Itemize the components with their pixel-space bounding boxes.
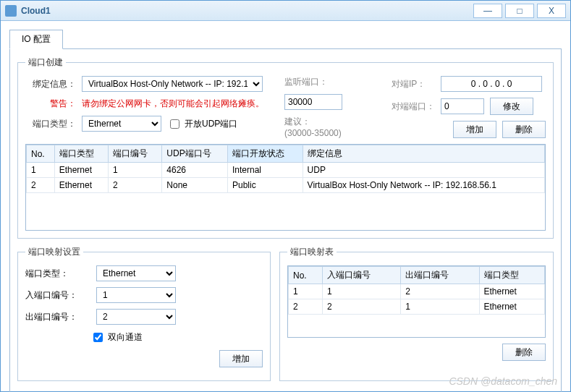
peer-port-label: 对端端口： [392,101,435,113]
col-udp[interactable]: UDP端口号 [162,145,228,163]
delete-port-button[interactable]: 删除 [502,121,546,138]
in-port-label: 入端口编号： [25,289,90,302]
map-table-group: 端口映射表 No. 入端口编号 出端口编号 端口类型 1 [279,246,554,381]
window-buttons: — □ X [473,4,566,18]
col-openstate[interactable]: 端口开放状态 [227,145,303,163]
col-type[interactable]: 端口类型 [54,145,108,163]
map-table-legend: 端口映射表 [287,246,337,258]
col-portno[interactable]: 端口编号 [108,145,161,163]
app-window: Cloud1 — □ X IO 配置 端口创建 绑定信息： VirtualBox… [0,0,571,392]
open-udp-input[interactable] [170,119,179,129]
port-table-wrap[interactable]: No. 端口类型 端口编号 UDP端口号 端口开放状态 绑定信息 1 Ether… [25,144,546,231]
port-type-label: 端口类型： [25,118,76,130]
tabstrip: IO 配置 [9,30,562,49]
in-port-select[interactable]: 1 [96,287,176,303]
tab-io-config[interactable]: IO 配置 [9,30,63,49]
close-button[interactable]: X [537,4,566,18]
peer-ip-label: 对端IP： [392,78,435,90]
listen-port-input[interactable] [284,94,342,110]
col-bind[interactable]: 绑定信息 [303,145,544,163]
add-port-button[interactable]: 增加 [453,121,496,138]
mcol-type[interactable]: 端口类型 [479,267,544,284]
out-port-select[interactable]: 2 [96,309,176,325]
titlebar: Cloud1 — □ X [1,1,570,21]
out-port-label: 出端口编号： [25,311,90,323]
mcol-in[interactable]: 入端口编号 [322,267,400,284]
open-udp-checkbox[interactable]: 开放UDP端口 [167,117,237,131]
listen-port-label: 监听端口： [284,76,328,88]
map-table-wrap[interactable]: No. 入端口编号 出端口编号 端口类型 1 1 2 Ethern [287,265,546,338]
maximize-button[interactable]: □ [505,4,534,18]
minimize-button[interactable]: — [473,4,502,18]
delete-map-button[interactable]: 删除 [502,344,546,361]
suggest-range: (30000-35000) [284,128,342,138]
map-type-label: 端口类型： [25,268,90,280]
tab-panel: 端口创建 绑定信息： VirtualBox Host-Only Network … [9,48,562,392]
port-table: No. 端口类型 端口编号 UDP端口号 端口开放状态 绑定信息 1 Ether… [26,145,545,193]
port-create-legend: 端口创建 [25,56,66,69]
bind-info-select[interactable]: VirtualBox Host-Only Network -- IP: 192.… [82,76,263,92]
map-table: No. 入端口编号 出端口编号 端口类型 1 1 2 Ethern [288,266,545,315]
modify-button[interactable]: 修改 [490,98,533,115]
bidir-checkbox[interactable]: 双向通道 [90,331,143,344]
table-row[interactable]: 1 Ethernet 1 4626 Internal UDP [27,163,545,178]
port-type-select[interactable]: Ethernet [82,116,161,132]
table-row[interactable]: 1 1 2 Ethernet [289,284,545,299]
bind-info-label: 绑定信息： [25,78,76,90]
port-create-group: 端口创建 绑定信息： VirtualBox Host-Only Network … [17,56,554,239]
map-type-select[interactable]: Ethernet [96,265,176,281]
warning-label: 警告： [25,98,76,110]
map-settings-legend: 端口映射设置 [25,246,83,258]
suggest-label: 建议： [284,116,310,128]
peer-ip-input[interactable] [441,76,542,92]
table-row[interactable]: 2 Ethernet 2 None Public VirtualBox Host… [27,178,545,193]
window-title: Cloud1 [21,6,51,16]
map-settings-group: 端口映射设置 端口类型： Ethernet 入端口编号： 1 出端口编号： 2 [17,246,271,381]
col-no[interactable]: No. [27,145,55,163]
warning-text: 请勿绑定公网网卡，否则可能会引起网络瘫痪。 [82,98,264,110]
content: IO 配置 端口创建 绑定信息： VirtualBox Host-Only Ne… [1,21,570,392]
bidir-input[interactable] [93,333,103,342]
app-icon [5,5,17,17]
mcol-out[interactable]: 出端口编号 [401,267,479,284]
add-map-button[interactable]: 增加 [219,350,263,367]
table-row[interactable]: 2 2 1 Ethernet [289,299,545,315]
peer-port-input[interactable] [441,98,484,114]
mcol-no[interactable]: No. [289,267,323,284]
